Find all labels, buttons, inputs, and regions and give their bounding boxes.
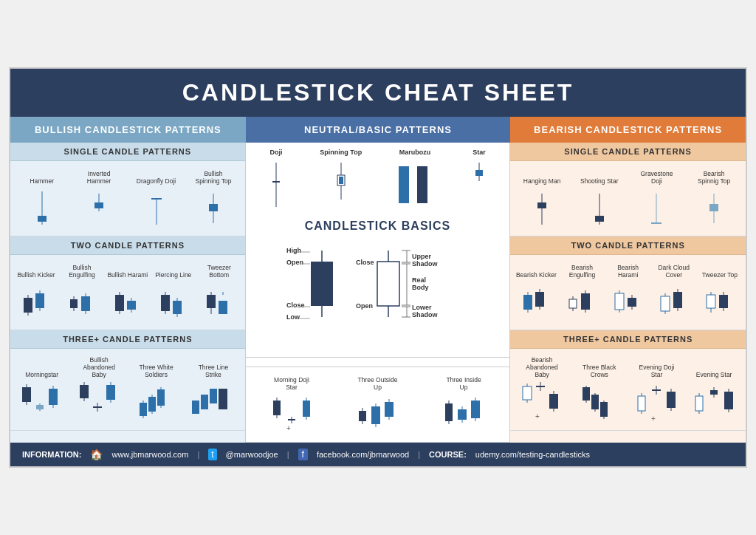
neutral-header: NEUTRAL/BASIC PATTERNS (246, 117, 511, 143)
pattern-bearish-abandoned-baby: Bearish Abandoned Baby (522, 356, 563, 423)
svg-text:+: + (535, 412, 540, 420)
bullish-single-header: SINGLE CANDLE PATTERNS (10, 143, 245, 161)
svg-rect-118 (288, 419, 295, 420)
svg-text:Shadow: Shadow (412, 311, 439, 318)
svg-rect-115 (273, 401, 281, 415)
bearish-two-header: TWO CANDLE PATTERNS (510, 236, 746, 255)
twitter-handle[interactable]: @marwoodjoe (226, 450, 278, 459)
bullish-three-header: THREE+ CANDLE PATTERNS (10, 330, 245, 349)
svg-rect-45 (36, 405, 44, 409)
facebook-link[interactable]: facebook.com/jbmarwood (317, 450, 409, 459)
bearish-single-row: Hanging Man Shooting Star (513, 166, 743, 231)
sep1: | (197, 450, 199, 459)
svg-rect-121 (303, 401, 310, 417)
svg-text:Open: Open (286, 259, 303, 266)
dark-cloud-cover-candle (656, 282, 693, 322)
pattern-three-line-strike: Three Line Strike (193, 363, 233, 423)
three-black-crows-candle (579, 382, 619, 423)
neutral-single-group: Doji Spinning Top (246, 143, 510, 214)
svg-text:High: High (286, 247, 301, 254)
piercing-line-candle (155, 282, 192, 322)
svg-rect-54 (93, 406, 102, 408)
bearish-kicker-label: Bearish Kicker (516, 262, 557, 279)
three-inside-up-candle (441, 394, 486, 435)
svg-rect-143 (537, 202, 546, 208)
cheat-sheet: CANDLESTICK CHEAT SHEET BULLISH CANDLEST… (9, 67, 747, 468)
svg-text:Lower: Lower (412, 304, 432, 311)
tweezer-top-candle (701, 282, 738, 322)
bullish-two-group: Bullish Kicker (10, 255, 245, 330)
bearish-header: BEARISH CANDLESTICK PATTERNS (510, 117, 746, 143)
svg-rect-84 (311, 262, 333, 306)
svg-text:+: + (286, 424, 291, 432)
three-line-strike-label: Three Line Strike (193, 363, 233, 379)
bullish-two-header: TWO CANDLE PATTERNS (10, 236, 245, 255)
svg-rect-60 (140, 403, 147, 416)
bearish-three-header: THREE+ CANDLE PATTERNS (510, 330, 746, 349)
pattern-morningstar: Morningstar (21, 363, 62, 423)
tweezer-bottom-candle (201, 282, 238, 322)
svg-rect-125 (359, 411, 366, 421)
svg-rect-63 (148, 397, 156, 412)
three-white-soldiers-candle (136, 382, 176, 423)
svg-rect-33 (173, 301, 182, 314)
svg-rect-219 (724, 392, 733, 409)
svg-text:Open: Open (356, 302, 373, 310)
bullish-kicker-candle (18, 282, 55, 322)
svg-rect-166 (615, 293, 624, 310)
svg-rect-57 (106, 385, 115, 400)
svg-rect-178 (707, 295, 715, 308)
course-url[interactable]: udemy.com/testing-candlesticks (475, 450, 590, 459)
bearish-kicker-candle (518, 282, 554, 322)
svg-rect-51 (80, 385, 89, 398)
svg-rect-184 (523, 386, 532, 400)
bullish-header: BULLISH CANDLESTICK PATTERNS (10, 117, 246, 143)
svg-rect-187 (536, 386, 545, 387)
pattern-morning-doji-star: Morning Doji Star (271, 375, 312, 435)
svg-rect-21 (81, 296, 90, 311)
three-white-soldiers-label: Three White Soldiers (136, 363, 176, 379)
svg-rect-175 (673, 292, 682, 308)
svg-rect-78 (399, 166, 409, 203)
evening-doji-star-candle: + (634, 382, 678, 423)
svg-rect-199 (600, 402, 608, 417)
bearish-spinning-top-candle (701, 188, 727, 228)
page-title: CANDLESTICK CHEAT SHEET (10, 69, 746, 117)
svg-rect-42 (22, 387, 31, 402)
bearish-single-header: SINGLE CANDLE PATTERNS (510, 143, 746, 161)
facebook-icon: f (298, 449, 308, 460)
gravestone-doji-candle (643, 188, 670, 228)
star-label: Star (472, 149, 486, 156)
svg-rect-209 (667, 392, 676, 408)
bullish-single-row: Hammer Inverted Hammer (13, 166, 242, 231)
svg-rect-190 (549, 394, 558, 409)
svg-rect-69 (201, 395, 208, 409)
hammer-label: Hammer (30, 168, 54, 185)
svg-text:Upper: Upper (412, 253, 432, 260)
svg-rect-27 (127, 301, 136, 310)
bearish-engulfing-candle (563, 282, 600, 322)
svg-rect-24 (115, 295, 124, 311)
pattern-bullish-harami: Bullish Harami (107, 262, 148, 322)
hanging-man-candle (529, 188, 555, 228)
morningstar-candle (18, 382, 66, 423)
bullish-engulfing-candle (63, 282, 100, 322)
svg-rect-131 (385, 402, 394, 417)
svg-rect-79 (417, 166, 427, 203)
pattern-three-inside-up: Three Inside Up (444, 375, 484, 435)
bearish-engulfing-label: Bearish Engulfing (562, 262, 602, 279)
piercing-line-label: Piercing Line (155, 262, 191, 279)
pattern-three-black-crows: Three Black Crows (579, 363, 619, 423)
pattern-inverted-hammer: Inverted Hammer (79, 168, 120, 228)
twitter-icon: t (208, 449, 216, 460)
pattern-evening-doji-star: Evening Doji Star (636, 363, 677, 423)
bearish-column: SINGLE CANDLE PATTERNS Hanging Man (510, 143, 746, 443)
pattern-bullish-abandoned-baby: Bullish Abandoned Baby (79, 356, 120, 423)
neutral-three-section (246, 357, 510, 367)
svg-rect-140 (471, 401, 480, 418)
svg-text:Close: Close (356, 259, 374, 266)
dragonfly-doji-label: Dragonfly Doji (137, 168, 176, 185)
bullish-three-group: Morningstar (10, 349, 245, 431)
neutral-three-row: Morning Doji Star (249, 372, 507, 437)
website-link[interactable]: www.jbmarwood.com (111, 450, 188, 459)
